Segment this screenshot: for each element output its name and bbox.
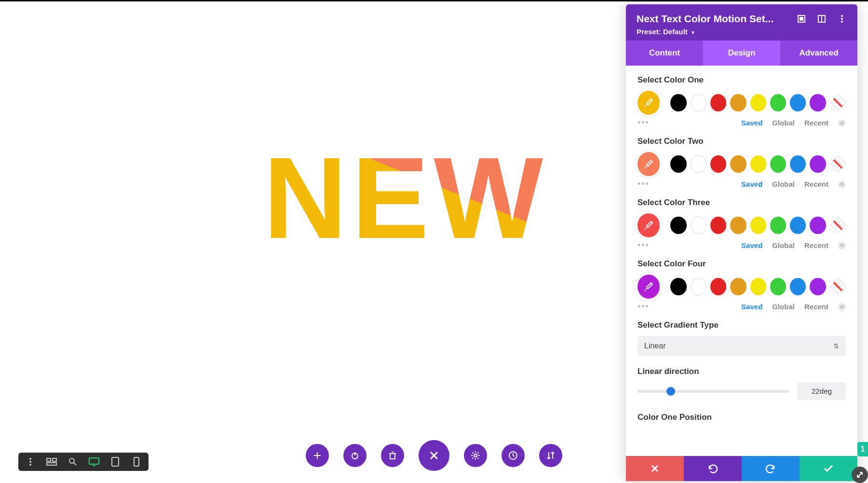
svg-point-30 (841, 122, 843, 124)
tablet-view-icon[interactable] (110, 456, 121, 467)
sort-button[interactable] (539, 444, 562, 467)
svg-rect-8 (89, 458, 99, 464)
color-picker-2[interactable] (637, 152, 660, 176)
tab-advanced[interactable]: Advanced (780, 41, 857, 66)
color-swatch[interactable] (790, 94, 806, 111)
panel-menu-icon[interactable] (837, 14, 847, 24)
preset-selector[interactable]: Preset: Default ▼ (637, 28, 847, 36)
color-swatch[interactable] (790, 278, 806, 295)
gear-icon[interactable] (838, 303, 846, 311)
gear-icon[interactable] (838, 119, 846, 127)
recent-link[interactable]: Recent (804, 180, 828, 188)
recent-link[interactable]: Recent (804, 303, 828, 311)
redo-button[interactable] (742, 456, 800, 481)
power-button[interactable] (343, 444, 366, 467)
svg-point-29 (841, 21, 843, 23)
global-link[interactable]: Global (772, 119, 795, 127)
more-icon[interactable]: ••• (637, 240, 650, 250)
linear-direction-value[interactable]: 22deg (798, 382, 846, 400)
expand-icon[interactable] (797, 14, 806, 24)
color-swatch[interactable] (790, 217, 806, 234)
color-swatch[interactable] (730, 278, 746, 295)
gear-icon[interactable] (838, 242, 846, 249)
recent-link[interactable]: Recent (804, 119, 828, 127)
more-icon[interactable]: ••• (637, 118, 650, 128)
gear-icon[interactable] (838, 180, 846, 188)
panel-body[interactable]: Select Color One•••SavedGlobalRecentSele… (626, 66, 857, 456)
color-swatch[interactable] (770, 217, 786, 234)
linear-direction-slider[interactable] (637, 390, 789, 393)
color-swatch[interactable] (670, 217, 686, 234)
color-swatch[interactable] (830, 217, 846, 234)
close-builder-button[interactable] (419, 440, 449, 471)
svg-point-31 (841, 183, 843, 185)
svg-point-28 (841, 18, 843, 20)
color-swatch[interactable] (810, 278, 826, 295)
color-swatch[interactable] (810, 155, 826, 173)
color-swatch[interactable] (670, 94, 686, 111)
color-swatch[interactable] (810, 217, 826, 234)
color-swatch[interactable] (670, 155, 686, 173)
color-swatch[interactable] (710, 217, 726, 234)
undo-button[interactable] (684, 456, 742, 481)
desktop-view-icon[interactable] (89, 456, 99, 467)
color-swatch[interactable] (730, 217, 746, 234)
toolbar-menu-icon[interactable] (25, 456, 36, 467)
color-swatch[interactable] (750, 217, 766, 234)
color-row-2 (637, 152, 846, 176)
more-icon[interactable]: ••• (637, 302, 650, 312)
global-link[interactable]: Global (772, 241, 795, 249)
saved-link[interactable]: Saved (741, 180, 762, 188)
color-swatch[interactable] (830, 155, 846, 173)
phone-view-icon[interactable] (131, 456, 142, 467)
settings-button[interactable] (464, 444, 487, 467)
color-swatch[interactable] (770, 278, 786, 295)
color-picker-4[interactable] (637, 275, 660, 299)
snap-icon[interactable] (817, 14, 827, 24)
color-row-3 (637, 213, 846, 237)
color-swatch[interactable] (830, 94, 846, 111)
gradient-type-select[interactable]: Linear ⇅ (637, 336, 846, 356)
cancel-button[interactable] (626, 456, 684, 481)
color-swatch[interactable] (830, 278, 846, 295)
wireframe-view-icon[interactable] (46, 456, 57, 467)
color-swatch[interactable] (790, 155, 806, 173)
add-button[interactable] (306, 444, 329, 467)
saved-link[interactable]: Saved (741, 303, 762, 311)
tab-content[interactable]: Content (626, 41, 703, 66)
color-swatch[interactable] (770, 94, 786, 111)
color-swatch[interactable] (710, 278, 726, 295)
color-subrow-4: •••SavedGlobalRecent (637, 302, 846, 312)
delete-button[interactable] (381, 444, 404, 467)
color-picker-1[interactable] (637, 91, 660, 115)
global-link[interactable]: Global (772, 303, 795, 311)
save-button[interactable] (800, 456, 857, 481)
more-icon[interactable]: ••• (637, 179, 650, 189)
recent-link[interactable]: Recent (804, 241, 828, 249)
color-swatch[interactable] (750, 94, 766, 111)
color-swatch[interactable] (691, 278, 706, 295)
zoom-icon[interactable] (68, 456, 78, 467)
color-swatch[interactable] (670, 278, 686, 295)
slider-thumb[interactable] (666, 387, 675, 396)
color-swatch[interactable] (750, 155, 766, 173)
color-swatch[interactable] (691, 155, 706, 173)
color-swatch[interactable] (730, 94, 746, 111)
color-swatch[interactable] (710, 155, 726, 173)
history-button[interactable] (502, 444, 525, 467)
color-swatch[interactable] (730, 155, 746, 173)
saved-link[interactable]: Saved (741, 241, 762, 249)
color-swatch[interactable] (770, 155, 786, 173)
color-swatch[interactable] (810, 94, 826, 111)
color-picker-3[interactable] (637, 213, 660, 237)
svg-rect-4 (53, 458, 56, 461)
color-swatch[interactable] (750, 278, 766, 295)
color-swatch[interactable] (691, 94, 706, 111)
color-swatch[interactable] (691, 217, 706, 234)
saved-link[interactable]: Saved (741, 119, 762, 127)
resize-handle[interactable] (852, 467, 868, 483)
global-link[interactable]: Global (772, 180, 795, 188)
tab-design[interactable]: Design (703, 41, 780, 66)
notification-badge[interactable]: 1 (857, 442, 868, 456)
color-swatch[interactable] (710, 94, 726, 111)
